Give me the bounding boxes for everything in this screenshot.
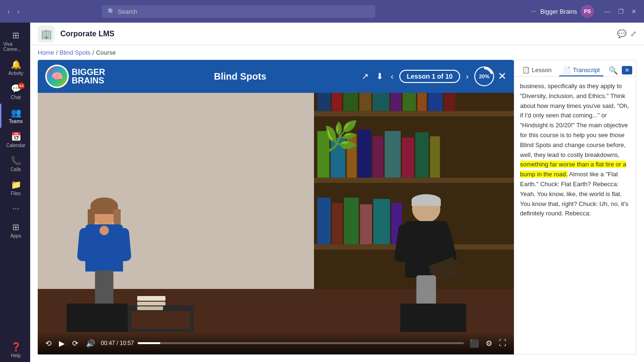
close-window-button[interactable]: ✕ (628, 7, 639, 16)
chair-2 (400, 304, 466, 332)
tab-lesson[interactable]: 📋 Lesson (518, 64, 555, 76)
download-button[interactable]: ⬇ (374, 69, 385, 83)
video-player[interactable]: 🌿 (38, 93, 514, 354)
transcript-tabs: 📋 Lesson 📄 Transcript 🔍 ✕ (514, 60, 636, 77)
maximize-button[interactable]: ❐ (615, 7, 627, 16)
progress-circle: 20% (474, 66, 494, 86)
breadcrumb-home[interactable]: Home (38, 49, 54, 56)
progress-bar[interactable] (138, 342, 464, 344)
svg-rect-17 (358, 130, 371, 178)
tab-transcript[interactable]: 📄 Transcript (559, 64, 603, 76)
banner-controls: ↗ ⬇ ‹ Lesson 1 of 10 › 20% ✕ (360, 66, 506, 86)
svg-rect-24 (332, 203, 343, 245)
svg-rect-4 (317, 93, 330, 111)
next-lesson-button[interactable]: › (464, 70, 471, 83)
svg-rect-21 (415, 132, 429, 178)
brand-brains: BRAINS (72, 76, 105, 85)
user-name-label: Bigger Brains (540, 8, 577, 15)
svg-rect-13 (444, 93, 455, 111)
nav-buttons: ‹ › (5, 6, 22, 17)
brand-bigger: BIGGER (72, 68, 105, 76)
sidebar-item-help[interactable]: ❓ Help (0, 338, 30, 362)
app-header-right: 💬 ⤢ (617, 29, 636, 38)
settings-video-button[interactable]: ⚙ (484, 338, 494, 349)
viva-icon: ⊞ (12, 30, 19, 41)
sidebar-item-calls[interactable]: 📞 Calls (0, 152, 30, 176)
lesson-badge: Lesson 1 of 10 (399, 70, 460, 83)
calendar-icon: 📅 (11, 132, 21, 142)
content-area: 🏢 Corporate LMS 💬 ⤢ Home / Blind Spots /… (30, 23, 644, 362)
lesson-tab-label: Lesson (532, 66, 552, 74)
sidebar-item-activity[interactable]: 🔔 Activity (0, 56, 30, 80)
help-icon: ❓ (11, 342, 21, 352)
svg-rect-10 (403, 93, 416, 111)
share-button[interactable]: ↗ (360, 69, 371, 83)
svg-rect-6 (343, 93, 358, 111)
svg-rect-27 (373, 199, 390, 244)
sidebar-item-label: Files (11, 191, 21, 196)
sidebar-item-chat[interactable]: 💬 Chat 44 (0, 80, 30, 104)
course-title: Blind Spots (126, 71, 354, 82)
nav-forward-button[interactable]: › (15, 6, 23, 17)
prev-lesson-button[interactable]: ‹ (389, 70, 396, 83)
close-transcript-button[interactable]: ✕ (622, 66, 632, 74)
sidebar-item-calendar[interactable]: 📅 Calendar (0, 128, 30, 152)
teams-icon: 👥 (11, 107, 21, 118)
sidebar-item-label: Calls (10, 167, 21, 172)
transcript-tab-icon: 📄 (563, 66, 571, 74)
coffee-table (128, 305, 194, 332)
svg-rect-12 (428, 93, 443, 111)
transcript-highlight: something far worse than a flat tire or … (520, 161, 626, 178)
fast-forward-button[interactable]: ⟳ (70, 338, 80, 349)
apps-icon: ⊞ (12, 222, 19, 232)
svg-rect-8 (372, 93, 389, 111)
main-layout: ⊞ Viva Conne... 🔔 Activity 💬 Chat 44 👥 T… (0, 23, 644, 362)
svg-rect-9 (390, 93, 401, 111)
expand-button[interactable]: ⤢ (630, 29, 636, 38)
nav-back-button[interactable]: ‹ (5, 6, 13, 17)
subtitles-button[interactable]: ⬛ (468, 338, 481, 349)
rewind-button[interactable]: ⟲ (43, 338, 53, 349)
volume-button[interactable]: 🔊 (84, 338, 97, 349)
video-frame: 🌿 (38, 93, 514, 354)
sidebar-item-teams[interactable]: 👥 Teams (0, 104, 30, 128)
chat-panel-button[interactable]: 💬 (617, 29, 627, 38)
top-right-controls: ··· Bigger Brains PS — ❐ ✕ (530, 5, 639, 18)
activity-icon: 🔔 (11, 59, 21, 70)
breadcrumb-blind-spots[interactable]: Blind Spots (59, 49, 91, 56)
transcript-search-button[interactable]: 🔍 (609, 66, 618, 75)
lesson-tab-icon: 📋 (522, 66, 530, 74)
svg-rect-7 (359, 93, 371, 111)
close-course-button[interactable]: ✕ (498, 70, 506, 82)
bb-logo-icon: 🧠 (45, 65, 69, 88)
calls-icon: 📞 (11, 156, 21, 166)
sidebar-item-files[interactable]: 📁 Files (0, 176, 30, 200)
svg-rect-26 (360, 204, 372, 244)
app-title: Corporate LMS (60, 30, 115, 38)
more-options-button[interactable]: ··· (530, 7, 537, 16)
sidebar-item-viva[interactable]: ⊞ Viva Conne... (0, 26, 30, 56)
svg-rect-1 (314, 111, 514, 116)
course-banner: 🧠 BIGGER BRAINS Blind Spots ↗ ⬇ ‹ Lesson… (38, 60, 514, 93)
progress-fill (138, 342, 160, 344)
sidebar-item-apps[interactable]: ⊞ Apps (0, 218, 30, 242)
fullscreen-button[interactable]: ⛶ (497, 338, 508, 349)
chat-badge: 44 (18, 82, 25, 89)
sidebar-item-label: Help (11, 353, 21, 358)
svg-rect-5 (332, 93, 342, 111)
progress-label: 20% (479, 74, 489, 79)
breadcrumb: Home / Blind Spots / Course (30, 45, 644, 60)
svg-rect-2 (314, 178, 514, 183)
sidebar-item-label: Chat (11, 95, 21, 100)
sidebar-item-more[interactable]: ··· (0, 200, 30, 218)
play-button[interactable]: ▶ (57, 338, 66, 349)
plant-decoration: 🌿 (323, 119, 359, 153)
video-controls: ⟲ ▶ ⟳ 🔊 00:47 / 10:57 ⬛ ⚙ ⛶ (38, 332, 514, 354)
minimize-button[interactable]: — (602, 7, 613, 16)
sidebar-item-label: Activity (8, 71, 24, 76)
window-controls: — ❐ ✕ (602, 7, 639, 16)
search-input[interactable] (118, 8, 370, 15)
sidebar-item-label: Viva Conne... (3, 41, 28, 52)
video-section: 🧠 BIGGER BRAINS Blind Spots ↗ ⬇ ‹ Lesson… (38, 60, 514, 354)
svg-rect-19 (385, 131, 401, 178)
